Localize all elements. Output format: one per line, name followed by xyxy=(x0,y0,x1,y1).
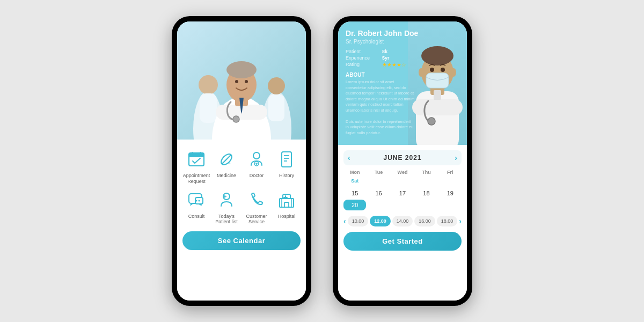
cal-day-17[interactable]: 17 xyxy=(391,188,414,199)
menu-label-customer: Customer Service xyxy=(243,214,270,225)
time-16[interactable]: 16.00 xyxy=(414,216,435,226)
hospital-icon xyxy=(275,189,298,211)
phone-1-screen: Appointment Request Medicine xyxy=(177,21,306,301)
svg-rect-3 xyxy=(200,93,217,123)
get-started-button[interactable]: Get Started xyxy=(343,232,462,251)
svg-rect-39 xyxy=(283,197,288,198)
day-mon: Mon xyxy=(343,169,366,176)
phone2-info-section: Dr. Robert John Doe Sr. Psychologist Pat… xyxy=(346,29,459,136)
svg-point-15 xyxy=(233,116,239,122)
day-tue: Tue xyxy=(367,169,390,176)
svg-rect-26 xyxy=(282,152,291,167)
time-prev-button[interactable]: ‹ xyxy=(343,217,346,225)
svg-point-13 xyxy=(235,80,238,83)
phone2-doctor-profile: Dr. Robert John Doe Sr. Psychologist Pat… xyxy=(338,21,467,145)
see-calendar-button[interactable]: See Calendar xyxy=(182,231,301,250)
calendar-icon xyxy=(185,148,208,171)
time-10[interactable]: 10.00 xyxy=(348,216,369,226)
menu-item-patient[interactable]: Today's Patient list xyxy=(213,189,240,225)
time-18[interactable]: 18.00 xyxy=(437,216,458,226)
phone2-calendar-section: ‹ JUNE 2021 › Mon Tue Wed Thu Fri Sat xyxy=(338,145,467,301)
phone-1: Appointment Request Medicine xyxy=(172,16,311,306)
menu-item-history[interactable]: History xyxy=(273,148,301,185)
time-next-button[interactable]: › xyxy=(459,217,462,225)
time-14[interactable]: 14.00 xyxy=(392,216,413,226)
about-text: Lorem ipsum dolor sit amet consectetur a… xyxy=(346,79,415,136)
menu-row-1: Appointment Request Medicine xyxy=(182,148,301,185)
svg-rect-40 xyxy=(284,202,289,207)
svg-point-5 xyxy=(268,77,285,94)
svg-point-22 xyxy=(253,152,260,159)
menu-item-consult[interactable]: Consult xyxy=(182,189,210,225)
pill-icon xyxy=(215,148,238,171)
svg-rect-19 xyxy=(200,152,201,155)
about-title: ABOUT xyxy=(346,72,459,78)
menu-label-consult: Consult xyxy=(188,214,205,219)
doctor-stats: Patient 8k Experience 5yr Rating ★★★★☆ xyxy=(346,49,459,68)
chat-icon xyxy=(185,189,208,211)
svg-point-33 xyxy=(199,200,200,201)
calendar-next-button[interactable]: › xyxy=(455,153,457,162)
phone1-menu-area: Appointment Request Medicine xyxy=(177,140,306,301)
svg-rect-18 xyxy=(192,152,193,155)
svg-point-32 xyxy=(196,200,197,201)
svg-point-14 xyxy=(245,80,248,83)
phone-2-screen: Dr. Robert John Doe Sr. Psychologist Pat… xyxy=(338,21,467,301)
menu-item-appointment[interactable]: Appointment Request xyxy=(182,148,210,185)
doctor-icon xyxy=(245,148,268,171)
cal-day-15[interactable]: 15 xyxy=(343,188,366,199)
stat-rating: Rating ★★★★☆ xyxy=(346,62,459,68)
cal-day-19[interactable]: 19 xyxy=(439,188,462,199)
menu-label-appointment: Appointment Request xyxy=(182,173,210,185)
calendar-prev-button[interactable]: ‹ xyxy=(348,153,350,162)
menu-item-doctor[interactable]: Doctor xyxy=(243,148,270,185)
menu-row-2: Consult Today's Patient list xyxy=(182,189,301,225)
day-sat: Sat xyxy=(343,177,366,185)
svg-line-21 xyxy=(222,155,231,164)
calendar-month-title: JUNE 2021 xyxy=(383,154,421,162)
calendar-days-header: Mon Tue Wed Thu Fri Sat xyxy=(343,169,462,185)
svg-rect-17 xyxy=(189,153,204,157)
stat-patient: Patient 8k xyxy=(346,49,459,54)
time-12[interactable]: 12.00 xyxy=(370,216,391,226)
menu-item-medicine[interactable]: Medicine xyxy=(213,148,240,185)
day-thu: Thu xyxy=(415,169,437,176)
calendar-days: 15 16 17 18 19 20 xyxy=(343,188,462,210)
stat-experience: Experience 5yr xyxy=(346,55,459,61)
day-wed: Wed xyxy=(391,169,414,176)
svg-point-12 xyxy=(226,61,257,78)
phone-2: Dr. Robert John Doe Sr. Psychologist Pat… xyxy=(333,16,472,306)
svg-rect-6 xyxy=(268,94,284,121)
about-section: ABOUT Lorem ipsum dolor sit amet consect… xyxy=(346,72,459,136)
cal-day-16[interactable]: 16 xyxy=(367,188,390,199)
menu-label-doctor: Doctor xyxy=(250,173,264,179)
menu-label-hospital: Hospital xyxy=(278,214,296,219)
history-icon xyxy=(275,148,298,171)
time-slots-row: ‹ 10.00 12.00 14.00 16.00 18.00 › xyxy=(343,214,462,229)
menu-label-history: History xyxy=(279,173,294,179)
menu-label-patient: Today's Patient list xyxy=(213,214,240,225)
doctor-title: Sr. Psychologist xyxy=(346,39,459,45)
patient-icon xyxy=(215,189,238,211)
doctor-name: Dr. Robert John Doe xyxy=(346,29,459,38)
day-fri: Fri xyxy=(439,169,462,176)
phone-icon xyxy=(245,189,268,211)
svg-point-2 xyxy=(199,75,218,94)
cal-day-20[interactable]: 20 xyxy=(343,200,366,210)
calendar-header: ‹ JUNE 2021 › xyxy=(343,150,462,165)
phone1-hero-image xyxy=(177,21,306,140)
cal-day-18[interactable]: 18 xyxy=(415,188,437,199)
menu-item-customer[interactable]: Customer Service xyxy=(243,189,270,225)
menu-item-hospital[interactable]: Hospital xyxy=(273,189,301,225)
menu-label-medicine: Medicine xyxy=(217,173,236,179)
